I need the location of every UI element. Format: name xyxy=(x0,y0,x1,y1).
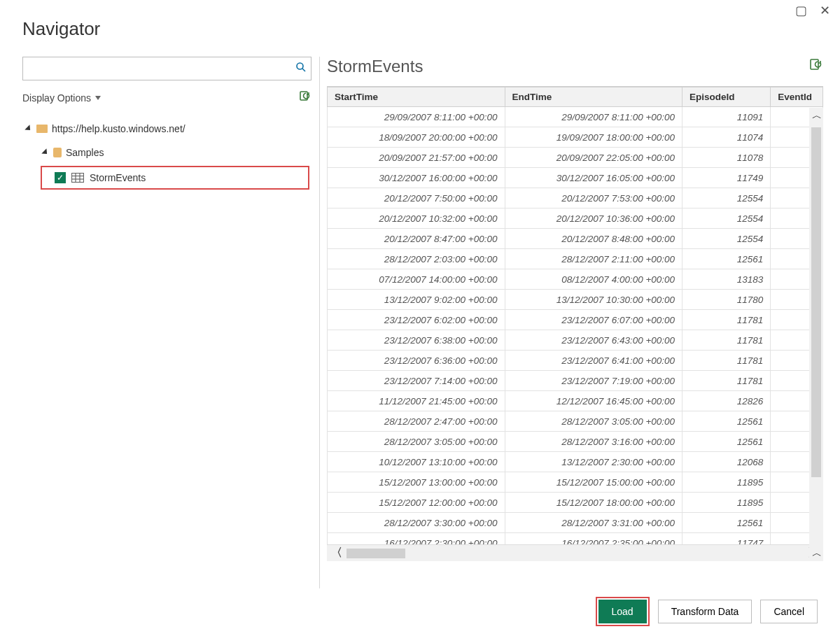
table-row[interactable]: 15/12/2007 12:00:00 +00:0015/12/2007 18:… xyxy=(328,493,823,513)
search-box[interactable] xyxy=(22,57,312,80)
table-row[interactable]: 23/12/2007 6:38:00 +00:0023/12/2007 6:43… xyxy=(328,330,823,351)
cell-episodeid: 12068 xyxy=(682,452,771,472)
cell-starttime: 20/12/2007 10:32:00 +00:00 xyxy=(328,209,505,229)
table-row[interactable]: 18/09/2007 20:00:00 +00:0019/09/2007 18:… xyxy=(328,127,823,148)
table-row[interactable]: 23/12/2007 6:02:00 +00:0023/12/2007 6:07… xyxy=(328,310,823,330)
table-row[interactable]: 23/12/2007 7:14:00 +00:0023/12/2007 7:19… xyxy=(328,371,823,391)
cell-endtime: 23/12/2007 6:41:00 +00:00 xyxy=(505,351,682,371)
tree-database-node[interactable]: Samples xyxy=(43,142,315,163)
col-header-starttime[interactable]: StartTime xyxy=(328,87,505,107)
cell-endtime: 15/12/2007 15:00:00 +00:00 xyxy=(505,472,682,493)
table-row[interactable]: 07/12/2007 14:00:00 +00:0008/12/2007 4:0… xyxy=(328,269,823,290)
col-header-episodeid[interactable]: EpisodeId xyxy=(682,87,771,107)
table-row[interactable]: 16/12/2007 2:30:00 +00:0016/12/2007 2:35… xyxy=(328,533,823,545)
checkbox-checked-icon[interactable]: ✓ xyxy=(55,172,66,183)
cell-episodeid: 12561 xyxy=(682,249,771,269)
refresh-tree-icon[interactable] xyxy=(299,90,312,106)
window-restore-icon[interactable]: ▢ xyxy=(795,4,807,17)
cell-episodeid: 11781 xyxy=(682,371,771,391)
cell-episodeid: 12554 xyxy=(682,209,771,229)
col-header-endtime[interactable]: EndTime xyxy=(505,87,682,107)
display-options-dropdown[interactable]: Display Options xyxy=(22,92,101,104)
cell-episodeid: 11895 xyxy=(682,493,771,513)
tree-table-node-stormevents[interactable]: ✓ StormEvents xyxy=(41,166,309,190)
connection-tree: https://help.kusto.windows.net/ Samples … xyxy=(22,118,315,190)
expand-icon[interactable] xyxy=(41,148,49,156)
table-row[interactable]: 29/09/2007 8:11:00 +00:0029/09/2007 8:11… xyxy=(328,107,823,127)
cell-episodeid: 12561 xyxy=(682,432,771,452)
cell-episodeid: 12561 xyxy=(682,411,771,432)
cell-episodeid: 11091 xyxy=(682,107,771,127)
cell-endtime: 23/12/2007 6:07:00 +00:00 xyxy=(505,310,682,330)
cell-starttime: 23/12/2007 6:36:00 +00:00 xyxy=(328,351,505,371)
table-row[interactable]: 30/12/2007 16:00:00 +00:0030/12/2007 16:… xyxy=(328,168,823,188)
svg-line-1 xyxy=(302,69,305,71)
folder-icon xyxy=(36,125,48,133)
cell-starttime: 29/09/2007 8:11:00 +00:00 xyxy=(328,107,505,127)
search-icon[interactable] xyxy=(291,62,311,76)
expand-icon[interactable] xyxy=(24,125,32,132)
preview-table: StartTime EndTime EpisodeId EventId 29/0… xyxy=(327,87,823,544)
table-row[interactable]: 20/09/2007 21:57:00 +00:0020/09/2007 22:… xyxy=(328,148,823,168)
scroll-thumb[interactable] xyxy=(346,549,405,558)
table-row[interactable]: 13/12/2007 9:02:00 +00:0013/12/2007 10:3… xyxy=(328,290,823,310)
cell-starttime: 30/12/2007 16:00:00 +00:00 xyxy=(328,168,505,188)
scroll-left-icon[interactable]: 〈 xyxy=(331,546,342,560)
scroll-down-icon[interactable]: ︿ xyxy=(811,546,821,561)
cell-starttime: 11/12/2007 21:45:00 +00:00 xyxy=(328,391,505,411)
cell-endtime: 08/12/2007 4:00:00 +00:00 xyxy=(505,269,682,290)
vertical-divider xyxy=(319,57,320,588)
table-row[interactable]: 20/12/2007 10:32:00 +00:0020/12/2007 10:… xyxy=(328,209,823,229)
cell-endtime: 28/12/2007 3:31:00 +00:00 xyxy=(505,513,682,533)
window-close-icon[interactable]: ✕ xyxy=(820,4,830,17)
cell-endtime: 13/12/2007 2:30:00 +00:00 xyxy=(505,452,682,472)
cell-endtime: 20/12/2007 10:36:00 +00:00 xyxy=(505,209,682,229)
table-row[interactable]: 23/12/2007 6:36:00 +00:0023/12/2007 6:41… xyxy=(328,351,823,371)
cell-episodeid: 11747 xyxy=(682,533,771,545)
vertical-scrollbar[interactable]: ﹀ ︿ xyxy=(809,108,823,561)
cell-starttime: 07/12/2007 14:00:00 +00:00 xyxy=(328,269,505,290)
load-button-highlight: Load xyxy=(596,597,650,626)
navigator-sidebar: Display Options https://help.kusto.windo… xyxy=(0,57,315,588)
cell-episodeid: 12554 xyxy=(682,188,771,209)
col-header-eventid[interactable]: EventId xyxy=(771,87,823,107)
tree-root-node[interactable]: https://help.kusto.windows.net/ xyxy=(27,118,315,139)
cell-endtime: 20/09/2007 22:05:00 +00:00 xyxy=(505,148,682,168)
table-row[interactable]: 20/12/2007 8:47:00 +00:0020/12/2007 8:48… xyxy=(328,229,823,249)
table-row[interactable]: 28/12/2007 2:03:00 +00:0028/12/2007 2:11… xyxy=(328,249,823,269)
table-row[interactable]: 20/12/2007 7:50:00 +00:0020/12/2007 7:53… xyxy=(328,188,823,209)
scroll-up-icon[interactable]: ﹀ xyxy=(811,108,821,123)
cell-starttime: 23/12/2007 6:38:00 +00:00 xyxy=(328,330,505,351)
transform-data-button[interactable]: Transform Data xyxy=(658,600,752,623)
cancel-button[interactable]: Cancel xyxy=(760,600,818,623)
cell-episodeid: 11895 xyxy=(682,472,771,493)
cell-starttime: 28/12/2007 2:47:00 +00:00 xyxy=(328,411,505,432)
page-title: Navigator xyxy=(22,18,840,40)
refresh-preview-icon[interactable] xyxy=(809,58,823,76)
tree-table-label: StormEvents xyxy=(90,172,146,183)
cell-endtime: 23/12/2007 7:19:00 +00:00 xyxy=(505,371,682,391)
cell-endtime: 29/09/2007 8:11:00 +00:00 xyxy=(505,107,682,127)
horizontal-scrollbar[interactable]: 〈 〉 xyxy=(327,544,823,561)
table-icon xyxy=(71,173,84,183)
table-row[interactable]: 10/12/2007 13:10:00 +00:0013/12/2007 2:3… xyxy=(328,452,823,472)
scroll-track[interactable] xyxy=(346,549,804,558)
cell-endtime: 13/12/2007 10:30:00 +00:00 xyxy=(505,290,682,310)
data-grid: StartTime EndTime EpisodeId EventId 29/0… xyxy=(327,86,823,561)
cell-endtime: 12/12/2007 16:45:00 +00:00 xyxy=(505,391,682,411)
cell-starttime: 10/12/2007 13:10:00 +00:00 xyxy=(328,452,505,472)
svg-rect-8 xyxy=(811,59,818,69)
table-row[interactable]: 28/12/2007 3:05:00 +00:0028/12/2007 3:16… xyxy=(328,432,823,452)
cell-endtime: 23/12/2007 6:43:00 +00:00 xyxy=(505,330,682,351)
cell-episodeid: 11781 xyxy=(682,310,771,330)
table-row[interactable]: 15/12/2007 13:00:00 +00:0015/12/2007 15:… xyxy=(328,472,823,493)
cell-starttime: 20/12/2007 8:47:00 +00:00 xyxy=(328,229,505,249)
cell-starttime: 18/09/2007 20:00:00 +00:00 xyxy=(328,127,505,148)
load-button[interactable]: Load xyxy=(598,600,647,623)
table-row[interactable]: 28/12/2007 2:47:00 +00:0028/12/2007 3:05… xyxy=(328,411,823,432)
table-row[interactable]: 28/12/2007 3:30:00 +00:0028/12/2007 3:31… xyxy=(328,513,823,533)
search-input[interactable] xyxy=(23,60,291,77)
scroll-thumb[interactable] xyxy=(811,127,821,477)
cell-endtime: 28/12/2007 3:16:00 +00:00 xyxy=(505,432,682,452)
table-row[interactable]: 11/12/2007 21:45:00 +00:0012/12/2007 16:… xyxy=(328,391,823,411)
